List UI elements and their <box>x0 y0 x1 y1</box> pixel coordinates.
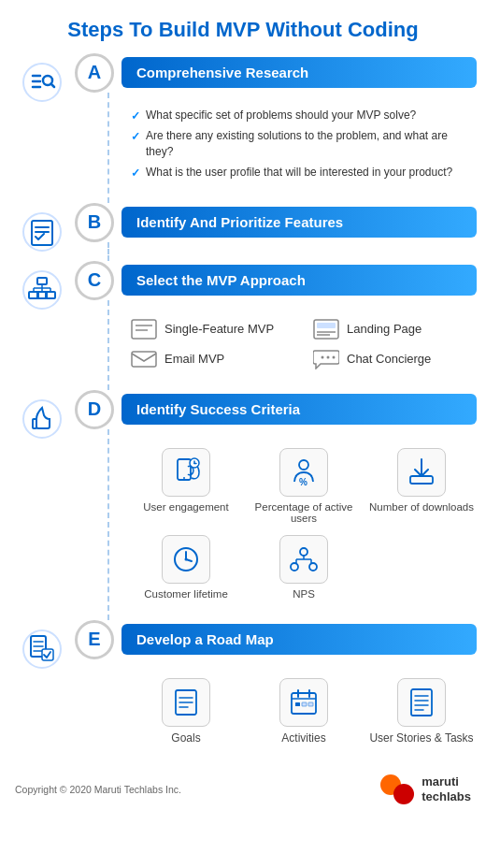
step-a-details: What specific set of problems should you… <box>122 98 477 195</box>
criteria-downloads: Number of downloads <box>366 448 477 524</box>
logo-circle-red <box>393 784 414 804</box>
bullet-1: What specific set of problems should you… <box>131 108 477 124</box>
step-a-content: A Comprehensive Research What specific s… <box>75 53 477 195</box>
step-c-content: C Select the MVP Approach Single-Feature… <box>75 261 477 383</box>
criteria-lifetime: Customer lifetime <box>131 535 241 600</box>
step-e-circle: E <box>75 620 114 659</box>
svg-point-31 <box>23 400 61 438</box>
step-c-grid: Single-Feature MVP Landing Page <box>131 311 477 377</box>
svg-rect-11 <box>37 278 47 284</box>
svg-point-45 <box>185 557 188 560</box>
criteria-grid-top: User engagement % Percentage of active u… <box>131 441 477 531</box>
logo-text: marutitechlabs <box>422 774 471 803</box>
grid-item-email-label: Email MVP <box>164 352 224 366</box>
step-b-content: B Identify And Prioritize Features <box>75 203 477 248</box>
grid-item-email: Email MVP <box>131 349 294 369</box>
step-e-content: E Develop a Road Map <box>75 620 477 758</box>
svg-point-30 <box>333 355 336 358</box>
step-c-circle: C <box>75 261 114 300</box>
step-c-details: Single-Feature MVP Landing Page <box>122 306 477 383</box>
lifetime-icon-box <box>162 535 210 584</box>
criteria-engagement: User engagement <box>131 448 241 524</box>
step-a-bullets: What specific set of problems should you… <box>131 104 477 190</box>
step-b-row: B Identify And Prioritize Features <box>9 203 477 253</box>
svg-rect-70 <box>411 689 432 716</box>
copyright-text: Copyright © 2020 Maruti Techlabs Inc. <box>15 784 181 795</box>
grid-item-landing-page-label: Landing Page <box>347 322 422 336</box>
step-d-content: D Identify Success Criteria <box>75 390 477 613</box>
step-e-details: Goals <box>122 665 477 758</box>
goals-label: Goals <box>171 731 200 745</box>
svg-point-48 <box>309 563 317 571</box>
step-d-details: User engagement % Percentage of active u… <box>122 435 477 613</box>
criteria-nps: NPS <box>249 535 359 600</box>
svg-rect-27 <box>132 352 156 367</box>
engagement-icon-box <box>162 448 210 497</box>
svg-rect-20 <box>132 320 156 339</box>
step-a-circle: A <box>75 53 114 93</box>
bullet-2: Are there any existing solutions to the … <box>131 128 477 160</box>
step-c-row: C Select the MVP Approach Single-Feature… <box>9 261 477 383</box>
svg-rect-33 <box>178 459 191 480</box>
footer: Copyright © 2020 Maruti Techlabs Inc. ma… <box>0 763 486 816</box>
nps-label: NPS <box>293 588 315 600</box>
step-d-circle: D <box>75 390 114 429</box>
step-d-label: Identify Success Criteria <box>122 394 477 425</box>
active-users-label: Percentage of active users <box>249 501 359 524</box>
bullet-3: What is the user profile that will be in… <box>131 165 477 181</box>
road-goals: Goals <box>131 678 241 745</box>
svg-point-46 <box>300 548 307 556</box>
criteria-grid-bottom: Customer lifetime <box>131 531 359 607</box>
step-a-row: A Comprehensive Research What specific s… <box>9 53 477 195</box>
criteria-active-users: % Percentage of active users <box>249 448 359 524</box>
road-grid: Goals <box>131 671 477 752</box>
road-user-stories: User Stories & Tasks <box>366 678 477 745</box>
svg-line-5 <box>51 83 55 87</box>
step-d-left-icon <box>9 390 75 441</box>
activities-icon-box <box>279 678 328 727</box>
svg-point-38 <box>299 460 308 470</box>
engagement-label: User engagement <box>143 501 228 513</box>
step-b-circle: B <box>75 203 114 242</box>
svg-point-0 <box>23 64 61 101</box>
step-b-label: Identify And Prioritize Features <box>122 207 477 238</box>
logo-circles <box>380 774 414 804</box>
step-d-row: D Identify Success Criteria <box>9 390 477 613</box>
svg-rect-40 <box>410 476 433 484</box>
svg-text:%: % <box>299 477 307 487</box>
step-a-left-icon <box>9 53 75 104</box>
step-e-label: Develop a Road Map <box>122 624 477 655</box>
goals-icon-box <box>162 678 210 727</box>
svg-point-29 <box>327 355 330 358</box>
svg-point-28 <box>322 355 324 358</box>
user-stories-icon-box <box>397 678 446 727</box>
downloads-label: Number of downloads <box>369 501 474 513</box>
page-title: Steps To Build MVP Without Coding <box>0 0 486 53</box>
grid-item-chat: Chat Concierge <box>313 349 477 369</box>
grid-item-chat-label: Chat Concierge <box>347 352 431 366</box>
svg-rect-24 <box>317 323 336 328</box>
step-e-left-icon <box>9 620 75 671</box>
step-a-label: Comprehensive Research <box>122 57 477 88</box>
steps-container: A Comprehensive Research What specific s… <box>0 53 486 758</box>
step-c-label: Select the MVP Approach <box>122 265 477 296</box>
lifetime-label: Customer lifetime <box>144 588 227 600</box>
svg-rect-67 <box>295 702 300 706</box>
grid-item-single-feature-label: Single-Feature MVP <box>164 322 274 336</box>
svg-rect-32 <box>33 419 36 428</box>
user-stories-label: User Stories & Tasks <box>369 731 473 745</box>
grid-item-single-feature: Single-Feature MVP <box>131 319 294 340</box>
step-e-row: E Develop a Road Map <box>9 620 477 758</box>
svg-point-47 <box>291 563 298 571</box>
svg-rect-68 <box>302 702 307 706</box>
step-c-left-icon <box>9 261 75 311</box>
road-activities: Activities <box>249 678 359 745</box>
step-b-left-icon <box>9 203 75 253</box>
nps-icon-box <box>279 535 328 584</box>
logo-area: marutitechlabs <box>380 774 471 804</box>
svg-point-34 <box>183 477 185 479</box>
grid-item-landing-page: Landing Page <box>313 319 477 340</box>
svg-rect-69 <box>308 702 313 706</box>
activities-label: Activities <box>281 731 325 745</box>
downloads-icon-box <box>397 448 446 497</box>
